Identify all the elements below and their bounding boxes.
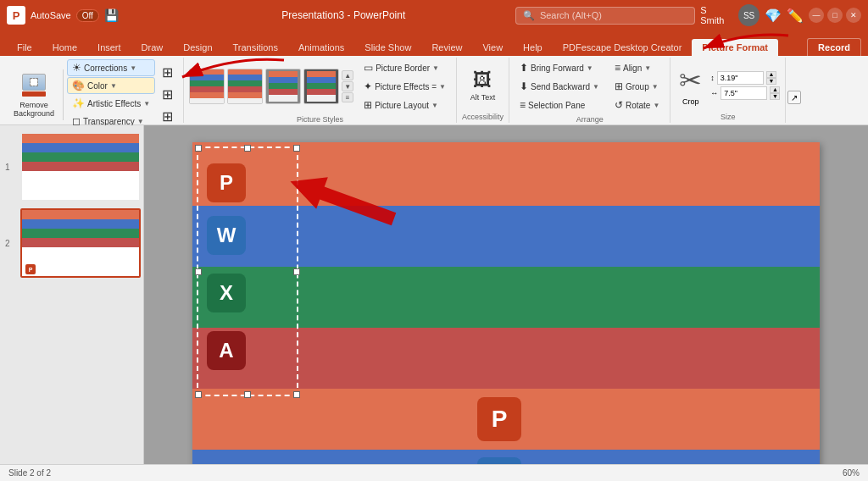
height-input[interactable]: 3.19" — [717, 71, 764, 85]
pen-icon[interactable]: ✏️ — [787, 8, 804, 24]
width-down[interactable]: ▼ — [770, 93, 780, 100]
window-controls: — □ ✕ — [809, 8, 861, 23]
picture-style-4[interactable] — [303, 69, 339, 104]
ribbon-group-accessibility: 🖼 Alt Text Accessibility — [457, 58, 509, 123]
crop-label: Crop — [682, 97, 699, 106]
gallery-expand[interactable]: ≡ — [342, 92, 353, 102]
picture-layout-label: Picture Layout — [375, 101, 429, 110]
tab-record[interactable]: Record — [807, 38, 861, 56]
picture-layout-arrow: ▼ — [431, 102, 438, 109]
format-dialog-launcher[interactable]: ↗ — [787, 91, 801, 104]
alt-text-icon: 🖼 — [473, 69, 492, 91]
canvas-area: P W X myexcelonline.co P — [144, 125, 868, 481]
corrections-icon: ☀ — [72, 62, 81, 74]
picture-border-arrow: ▼ — [432, 64, 439, 72]
user-name: S Smith — [700, 5, 732, 25]
remove-background-button[interactable]: RemoveBackground — [8, 69, 59, 121]
tab-design[interactable]: Design — [173, 39, 222, 56]
crop-button[interactable]: ✂ Crop — [676, 61, 705, 109]
ribbon-tabs: File Home Insert Draw Design Transitions… — [0, 30, 868, 56]
height-down[interactable]: ▼ — [766, 78, 776, 85]
gallery-scroll-down[interactable]: ▼ — [342, 81, 353, 91]
tab-transitions[interactable]: Transitions — [223, 39, 288, 56]
align-button[interactable]: ≡ Align ▼ — [609, 59, 665, 76]
ribbon-group-size: ✂ Crop ↕ 3.19" ▲ ▼ ↔ 7.5" ▲ ▼ — [670, 58, 786, 123]
change-picture-button[interactable]: ⊞ — [157, 84, 178, 105]
picture-border-button[interactable]: ▭ Picture Border ▼ — [359, 59, 451, 76]
picture-style-1[interactable] — [189, 69, 225, 104]
picture-effects-button[interactable]: ✦ Picture Effects = ▼ — [359, 78, 451, 95]
width-up[interactable]: ▲ — [770, 86, 780, 93]
group-icon: ⊞ — [615, 80, 623, 92]
slide-1-stripe-3 — [22, 152, 139, 162]
tab-review[interactable]: Review — [421, 39, 472, 56]
adjust-group-content: RemoveBackground ☀ Corrections ▼ 🎨 Color… — [8, 59, 178, 130]
color-dropdown-arrow: ▼ — [110, 82, 117, 90]
ppt-icon-2: P — [477, 397, 521, 441]
align-label: Align — [623, 64, 642, 73]
tab-help[interactable]: Help — [513, 39, 553, 56]
gallery-scroll-up[interactable]: ▲ — [342, 70, 353, 80]
bring-forward-button[interactable]: ⬆ Bring Forward ▼ — [515, 59, 604, 76]
slide-thumb-1[interactable] — [20, 132, 141, 202]
slide-2-stripe-2 — [22, 219, 139, 229]
bring-forward-label: Bring Forward — [531, 64, 584, 73]
slide-stripe-3 — [192, 267, 820, 328]
slide-stripe-4 — [192, 328, 820, 389]
tab-view[interactable]: View — [472, 39, 513, 56]
avatar[interactable]: SS — [738, 4, 760, 26]
zoom-level: 60% — [843, 468, 860, 478]
search-box[interactable]: 🔍 Search (Alt+Q) — [515, 7, 695, 25]
tab-insert[interactable]: Insert — [87, 39, 131, 56]
maximize-button[interactable]: □ — [827, 8, 843, 23]
slide-thumb-2[interactable]: P — [20, 208, 141, 278]
group-button[interactable]: ⊞ Group ▼ — [609, 78, 665, 95]
save-icon[interactable]: 💾 — [104, 8, 119, 22]
tab-picture-format[interactable]: Picture Format — [692, 39, 778, 56]
slide-1-container: 1 — [5, 132, 138, 202]
reset-picture-button[interactable]: ⊞ — [157, 106, 178, 127]
slide-2-container: 2 P — [5, 208, 138, 278]
picture-effects-arrow: ▼ — [439, 83, 446, 91]
remove-background-icon — [20, 72, 47, 99]
slide-stripe-5: P — [192, 389, 820, 450]
send-backward-icon: ⬇ — [520, 80, 528, 92]
slide-stripe-1 — [192, 142, 820, 206]
color-button[interactable]: 🎨 Color ▼ — [67, 77, 155, 94]
send-backward-button[interactable]: ⬇ Send Backward ▼ — [515, 78, 604, 95]
close-button[interactable]: ✕ — [846, 8, 861, 23]
picture-layout-icon: ⊞ — [364, 99, 372, 111]
slide-2-stripe-1 — [22, 210, 139, 219]
selection-pane-button[interactable]: ≡ Selection Pane — [515, 97, 604, 113]
artistic-effects-button[interactable]: ✨ Artistic Effects ▼ — [67, 95, 155, 112]
tab-draw[interactable]: Draw — [131, 39, 174, 56]
slide-canvas[interactable]: P W X myexcelonline.co P — [192, 142, 820, 481]
tab-home[interactable]: Home — [42, 39, 87, 56]
height-up[interactable]: ▲ — [766, 71, 776, 78]
alt-text-label: Alt Text — [470, 93, 495, 102]
slide-2-stripe-3 — [22, 229, 139, 238]
width-input[interactable]: 7.5" — [721, 86, 767, 100]
title-bar-right: 🔍 Search (Alt+Q) S Smith SS 💎 ✏️ — □ ✕ — [515, 4, 861, 26]
tab-file[interactable]: File — [7, 39, 42, 56]
slide-count: Slide 2 of 2 — [8, 468, 51, 478]
slide-1-stripe-2 — [22, 143, 139, 152]
status-bar: Slide 2 of 2 60% — [0, 464, 868, 481]
arrange-label: Arrange — [576, 113, 604, 124]
picture-layout-button[interactable]: ⊞ Picture Layout ▼ — [359, 97, 451, 113]
gem-icon[interactable]: 💎 — [765, 8, 782, 24]
slide-stripe-2 — [192, 206, 820, 267]
tab-slideshow[interactable]: Slide Show — [354, 39, 421, 56]
autosave-toggle[interactable]: Off — [76, 9, 99, 22]
corrections-button[interactable]: ☀ Corrections ▼ — [67, 59, 155, 76]
tab-animations[interactable]: Animations — [288, 39, 354, 56]
alt-text-button[interactable]: 🖼 Alt Text — [465, 66, 500, 105]
rotate-button[interactable]: ↺ Rotate ▼ — [609, 97, 665, 113]
slide-2-number: 2 — [5, 239, 15, 248]
compress-pictures-button[interactable]: ⊞ — [157, 62, 178, 83]
autosave-label: AutoSave — [31, 10, 71, 20]
tab-pdfescape[interactable]: PDFescape Desktop Creator — [553, 39, 693, 56]
picture-style-3[interactable] — [265, 69, 301, 104]
picture-style-2[interactable] — [227, 69, 263, 104]
minimize-button[interactable]: — — [809, 8, 824, 23]
